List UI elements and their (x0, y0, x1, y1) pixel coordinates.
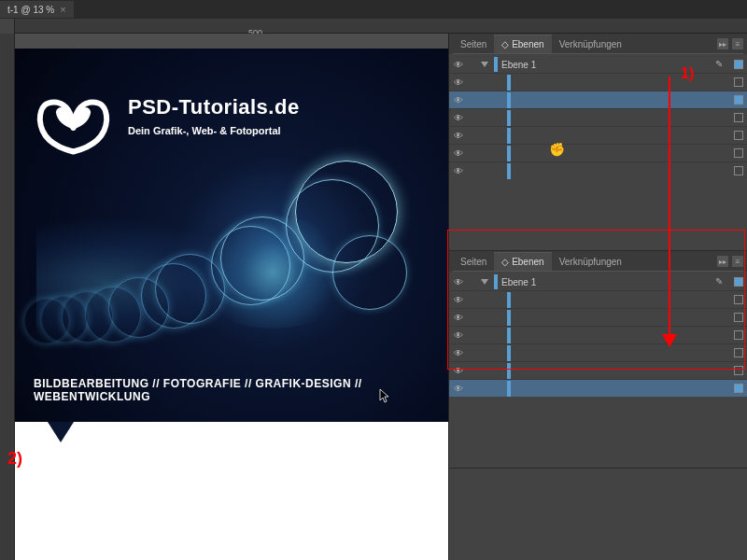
annotation-number-2: 2) (7, 449, 22, 469)
visibility-eye-icon[interactable]: 👁 (453, 59, 464, 70)
panel-menu-icon[interactable]: ≡ (732, 256, 743, 267)
layer-color-swatch (507, 363, 511, 379)
pen-icon[interactable]: ✎ (715, 59, 726, 70)
visibility-eye-icon[interactable]: 👁 (453, 147, 464, 159)
visibility-eye-icon[interactable]: 👁 (453, 294, 464, 305)
visibility-eye-icon[interactable]: 👁 (453, 130, 464, 141)
layer-color-swatch (507, 92, 511, 108)
visibility-eye-icon[interactable]: 👁 (453, 347, 464, 358)
selection-square-icon[interactable] (734, 60, 743, 69)
tab-verknuepfungen[interactable]: Verknüpfungen (552, 253, 629, 271)
expand-triangle-icon[interactable] (481, 279, 488, 285)
workspace: PSD-Tutorials.de Dein Grafik-, Web- & Fo… (0, 34, 747, 560)
horizontal-ruler: 500 (0, 19, 747, 34)
cursor-grab-icon: ✊ (549, 142, 565, 157)
layer-item-row[interactable]: 👁 (449, 361, 747, 379)
selection-square-icon[interactable] (734, 77, 743, 87)
tab-ebenen[interactable]: ◇ Ebenen (494, 35, 551, 53)
annotation-number-1: 1) (681, 65, 694, 82)
tab-verknuepfungen[interactable]: Verknüpfungen (552, 35, 629, 53)
selection-square-icon[interactable] (734, 113, 743, 122)
annotation-arrow (669, 77, 670, 336)
panel-menu-icon[interactable]: ≡ (732, 38, 743, 49)
visibility-eye-icon[interactable]: 👁 (453, 112, 464, 123)
layer-color-swatch (507, 163, 511, 179)
visibility-eye-icon[interactable]: 👁 (453, 383, 464, 394)
visibility-eye-icon[interactable]: 👁 (453, 165, 464, 176)
layer-item-row[interactable]: 👁 (449, 126, 747, 144)
layer-color-swatch (507, 345, 511, 361)
visibility-eye-icon[interactable]: 👁 (453, 77, 464, 88)
layer-color-swatch (494, 274, 498, 289)
layer-parent-name: Ebene 1 (501, 277, 712, 287)
vertical-ruler[interactable] (0, 34, 15, 560)
tab-ebenen-label: Ebenen (512, 257, 543, 267)
butterfly-logo-icon (34, 95, 113, 161)
layer-color-swatch (494, 57, 498, 72)
bottom-tags: BILDBEARBEITUNG // FOTOGRAFIE // GRAFIK-… (34, 377, 430, 403)
layer-color-swatch (507, 128, 511, 144)
selection-square-icon[interactable] (734, 295, 743, 304)
selection-square-icon[interactable] (734, 166, 743, 175)
collapse-icon[interactable]: ▸▸ (717, 38, 728, 49)
tab-seiten[interactable]: Seiten (453, 35, 494, 53)
tab-ebenen[interactable]: ◇ Ebenen (494, 252, 551, 271)
artwork: PSD-Tutorials.de Dein Grafik-, Web- & Fo… (15, 49, 448, 422)
selection-square-icon[interactable] (734, 313, 743, 322)
logo-title: PSD-Tutorials.de (128, 95, 300, 119)
logo-subtitle: Dein Grafik-, Web- & Fotoportal (128, 125, 300, 136)
layers-list: 👁Ebene 1✎👁👁👁👁👁👁 (449, 54, 747, 250)
logo-area: PSD-Tutorials.de Dein Grafik-, Web- & Fo… (34, 95, 300, 161)
layer-item-row[interactable]: 👁 (449, 91, 747, 108)
selection-square-icon[interactable] (734, 148, 743, 158)
visibility-eye-icon[interactable]: 👁 (453, 276, 464, 287)
layer-color-swatch (507, 292, 511, 308)
visibility-eye-icon[interactable]: 👁 (453, 365, 464, 376)
layer-color-swatch (507, 75, 511, 91)
panel-controls: ▸▸ ≡ (717, 256, 743, 267)
canvas-area[interactable]: PSD-Tutorials.de Dein Grafik-, Web- & Fo… (0, 34, 448, 560)
panel-tab-bar: Seiten ◇ Ebenen Verknüpfungen ▸▸ ≡ (449, 251, 747, 272)
document-tab-label: t-1 @ 13 % (7, 5, 54, 15)
layers-panel-bottom: Seiten ◇ Ebenen Verknüpfungen ▸▸ ≡ 👁Eben… (449, 251, 747, 469)
layer-item-row[interactable]: 👁 (449, 108, 747, 126)
selection-square-icon[interactable] (734, 348, 743, 357)
visibility-eye-icon[interactable]: 👁 (453, 94, 464, 105)
panels-column: Seiten ◇ Ebenen Verknüpfungen ▸▸ ≡ 👁Eben… (448, 34, 747, 560)
expand-triangle-icon[interactable] (481, 62, 488, 67)
layer-color-swatch (507, 328, 511, 343)
layer-color-swatch (507, 146, 511, 161)
tab-seiten[interactable]: Seiten (453, 253, 494, 271)
ruler-origin[interactable] (0, 19, 15, 34)
document-tab-bar: t-1 @ 13 % × (0, 0, 747, 19)
visibility-eye-icon[interactable]: 👁 (453, 329, 464, 341)
document-tab[interactable]: t-1 @ 13 % × (0, 1, 74, 18)
collapse-icon[interactable]: ▸▸ (717, 256, 728, 267)
page-canvas[interactable]: PSD-Tutorials.de Dein Grafik-, Web- & Fo… (15, 49, 448, 560)
layer-item-row[interactable]: 👁 (449, 326, 747, 343)
pen-icon[interactable]: ✎ (715, 276, 726, 287)
layer-item-row[interactable]: 👁 (449, 343, 747, 361)
logo-text-block: PSD-Tutorials.de Dein Grafik-, Web- & Fo… (128, 95, 300, 161)
layer-parent-row[interactable]: 👁Ebene 1✎ (449, 273, 747, 290)
layers-panel-top: Seiten ◇ Ebenen Verknüpfungen ▸▸ ≡ 👁Eben… (449, 34, 747, 251)
layers-list: 👁Ebene 1✎👁👁👁👁👁👁 (449, 272, 747, 468)
layer-item-row[interactable]: 👁 (449, 144, 747, 161)
speech-tail-polygon (48, 422, 74, 442)
layer-item-row[interactable]: 👁 (449, 379, 747, 397)
selection-square-icon[interactable] (734, 330, 743, 340)
selection-square-icon[interactable] (734, 131, 743, 140)
layer-item-row[interactable]: 👁 (449, 308, 747, 326)
visibility-eye-icon[interactable]: 👁 (453, 312, 464, 323)
selection-square-icon[interactable] (734, 277, 743, 287)
layer-item-row[interactable]: 👁 (449, 161, 747, 179)
layer-color-swatch (507, 381, 511, 397)
layer-color-swatch (507, 110, 511, 126)
layer-item-row[interactable]: 👁 (449, 73, 747, 91)
selection-square-icon[interactable] (734, 384, 743, 393)
selection-square-icon[interactable] (734, 366, 743, 375)
layer-parent-row[interactable]: 👁Ebene 1✎ (449, 56, 747, 73)
selection-square-icon[interactable] (734, 95, 743, 105)
layer-item-row[interactable]: 👁 (449, 290, 747, 308)
close-icon[interactable]: × (60, 4, 65, 15)
